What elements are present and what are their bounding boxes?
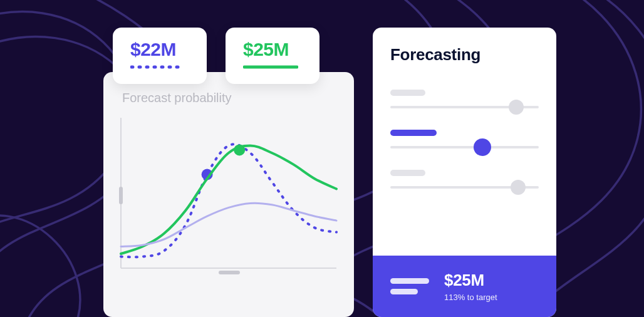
slider-track[interactable] xyxy=(390,186,539,189)
slider-label-placeholder xyxy=(390,90,425,96)
metric-value: $25M xyxy=(243,39,302,60)
svg-rect-3 xyxy=(219,271,240,274)
slider-thumb[interactable] xyxy=(511,180,526,195)
footer-label-placeholder xyxy=(390,278,429,294)
slider-thumb[interactable] xyxy=(474,138,491,156)
chart-series xyxy=(121,146,336,254)
metric-value: $22M xyxy=(130,39,189,60)
placeholder-line xyxy=(390,289,418,294)
metric-card-actual: $25M xyxy=(226,28,319,84)
slider-label-placeholder xyxy=(390,170,425,176)
chart-marker xyxy=(234,144,245,155)
solid-underline-icon xyxy=(243,65,298,69)
forecast-slider[interactable] xyxy=(390,170,539,189)
slider-thumb[interactable] xyxy=(509,100,524,115)
footer-metrics: $25M 113% to target xyxy=(444,271,497,302)
metric-card-forecast: $22M xyxy=(113,28,207,84)
svg-rect-2 xyxy=(119,187,123,204)
forecasting-sliders xyxy=(373,71,556,256)
footer-value: $25M xyxy=(444,271,497,290)
footer-subtext: 113% to target xyxy=(444,293,497,302)
slider-track[interactable] xyxy=(390,146,539,148)
placeholder-line xyxy=(390,278,429,284)
slider-label-placeholder xyxy=(390,130,437,136)
forecasting-footer: $25M 113% to target xyxy=(373,256,556,317)
forecasting-header: Forecasting xyxy=(373,28,556,71)
forecast-slider[interactable] xyxy=(390,90,539,108)
forecast-probability-card: Forecast probability xyxy=(103,72,354,317)
forecast-probability-chart xyxy=(118,118,339,274)
dotted-underline-icon xyxy=(130,65,185,69)
forecast-slider[interactable] xyxy=(390,130,539,148)
forecasting-title: Forecasting xyxy=(390,45,539,65)
chart-title: Forecast probability xyxy=(122,91,339,105)
slider-track[interactable] xyxy=(390,106,539,108)
forecasting-card: Forecasting $25M 113% to target xyxy=(373,28,556,317)
